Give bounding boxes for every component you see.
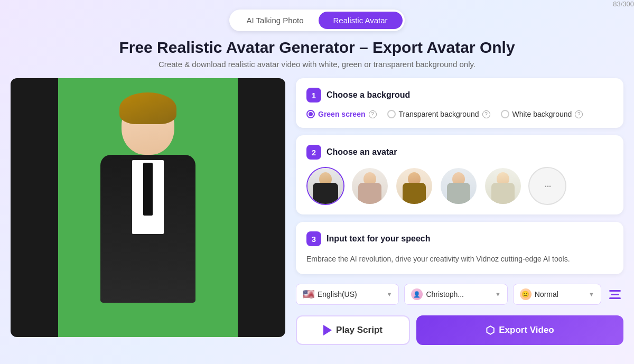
avatar-figure — [79, 86, 217, 329]
mini-person-3 — [396, 168, 432, 204]
avatar-hair — [119, 92, 176, 124]
avatar-item-4[interactable] — [440, 167, 478, 205]
avatar-bg-3 — [396, 168, 432, 204]
mini-body-3 — [403, 183, 426, 204]
avatar-item-5[interactable] — [484, 167, 522, 205]
export-video-button[interactable]: ⬡ Export Video — [416, 315, 623, 345]
speed-value: Normal — [535, 290, 558, 298]
avatar-list: ··· — [306, 167, 613, 205]
radio-transparent[interactable] — [387, 110, 396, 118]
line-bar-2 — [611, 294, 619, 295]
step3-header: 3 Input text for your speech 83/300 — [306, 231, 613, 246]
avatar-head — [122, 97, 174, 155]
bg-option-green-screen[interactable]: Green screen ? — [306, 110, 377, 118]
transparent-help-icon[interactable]: ? — [482, 110, 490, 118]
mini-body-1 — [313, 183, 338, 204]
export-video-label: Export Video — [499, 325, 554, 335]
avatar-bg-4 — [441, 168, 477, 204]
step2-header: 2 Choose an avatar — [306, 145, 613, 160]
title-area: Free Realistic Avatar Generator – Export… — [0, 39, 634, 69]
radio-inner-green — [309, 112, 313, 116]
radio-green-screen[interactable] — [306, 110, 315, 118]
step1-badge: 1 — [306, 88, 321, 102]
tab-realistic-avatar[interactable]: Realistic Avatar — [319, 12, 403, 29]
avatar-bg-2 — [352, 168, 388, 204]
main-content: 1 Choose a backgroud Green screen ? Tran… — [0, 78, 634, 345]
avatar-bg-1 — [307, 168, 343, 204]
mini-body-4 — [447, 183, 470, 204]
text-counter: 83/300 — [613, 0, 634, 8]
play-script-button[interactable]: Play Script — [296, 315, 410, 345]
step3-title: Input text for your speech — [327, 234, 430, 244]
speech-text[interactable]: Embrace the AI revolution, drive your cr… — [306, 254, 613, 265]
export-video-icon: ⬡ — [486, 324, 495, 337]
tab-container: AI Talking Photo Realistic Avatar — [229, 10, 404, 31]
speed-face-icon: 😐 — [520, 288, 532, 300]
mini-body-5 — [491, 183, 515, 204]
language-flag: 🇺🇸 — [303, 288, 314, 300]
page-subtitle: Create & download realistic avatar video… — [0, 60, 634, 69]
avatar-bg-5 — [485, 168, 521, 204]
white-label: White background — [512, 110, 572, 118]
right-panel: 1 Choose a backgroud Green screen ? Tran… — [296, 78, 623, 345]
step2-card: 2 Choose an avatar — [296, 135, 623, 214]
transparent-label: Transparent background — [399, 110, 479, 118]
avatar-tie — [143, 163, 153, 216]
voice-chevron-icon: ▼ — [495, 291, 501, 297]
language-select[interactable]: 🇺🇸 English(US) ▼ — [296, 284, 399, 305]
background-options: Green screen ? Transparent background ? … — [306, 110, 613, 118]
mini-person-2 — [352, 168, 388, 204]
speed-chevron-icon: ▼ — [589, 291, 594, 297]
mini-person-5 — [485, 168, 521, 204]
more-avatars-icon: ··· — [544, 179, 551, 193]
bg-option-transparent[interactable]: Transparent background ? — [387, 110, 490, 118]
page-title: Free Realistic Avatar Generator – Export… — [0, 39, 634, 57]
step1-title: Choose a backgroud — [327, 90, 410, 100]
step3-badge: 3 — [306, 231, 321, 246]
line-bar-1 — [609, 290, 621, 292]
voice-select[interactable]: 👤 Christoph... ▼ — [404, 284, 507, 305]
green-screen-label: Green screen — [318, 110, 366, 118]
mini-person-1 — [307, 168, 343, 204]
speed-select[interactable]: 😐 Normal ▼ — [513, 284, 601, 305]
step3-card: 3 Input text for your speech 83/300 Embr… — [296, 222, 623, 274]
white-help-icon[interactable]: ? — [575, 110, 583, 118]
step2-badge: 2 — [306, 145, 321, 160]
bg-option-white[interactable]: White background ? — [501, 110, 583, 118]
voice-value: Christoph... — [426, 290, 464, 298]
line-bar-3 — [609, 297, 621, 299]
avatar-item-1[interactable] — [306, 167, 344, 205]
green-screen-help-icon[interactable]: ? — [369, 110, 377, 118]
step1-card: 1 Choose a backgroud Green screen ? Tran… — [296, 78, 623, 128]
mini-person-4 — [441, 168, 477, 204]
play-triangle-icon — [323, 325, 332, 335]
bottom-controls: 🇺🇸 English(US) ▼ 👤 Christoph... ▼ 😐 Norm… — [296, 284, 623, 305]
header: AI Talking Photo Realistic Avatar — [0, 0, 634, 39]
avatar-body — [100, 155, 195, 303]
avatar-item-3[interactable] — [395, 167, 433, 205]
avatar-item-2[interactable] — [351, 167, 389, 205]
lines-menu-icon[interactable] — [607, 286, 623, 303]
action-buttons: Play Script ⬡ Export Video — [296, 315, 623, 345]
step1-header: 1 Choose a backgroud — [306, 88, 613, 102]
voice-avatar-mini: 👤 — [411, 288, 423, 300]
language-chevron-icon: ▼ — [387, 291, 393, 297]
mini-body-2 — [358, 183, 381, 204]
video-preview — [11, 78, 285, 337]
radio-white[interactable] — [501, 110, 509, 118]
more-avatars-button[interactable]: ··· — [528, 167, 566, 205]
language-value: English(US) — [318, 290, 357, 298]
green-screen-preview — [58, 78, 238, 337]
play-script-label: Play Script — [336, 325, 383, 335]
tab-ai-talking-photo[interactable]: AI Talking Photo — [231, 12, 318, 29]
step2-title: Choose an avatar — [327, 147, 397, 157]
